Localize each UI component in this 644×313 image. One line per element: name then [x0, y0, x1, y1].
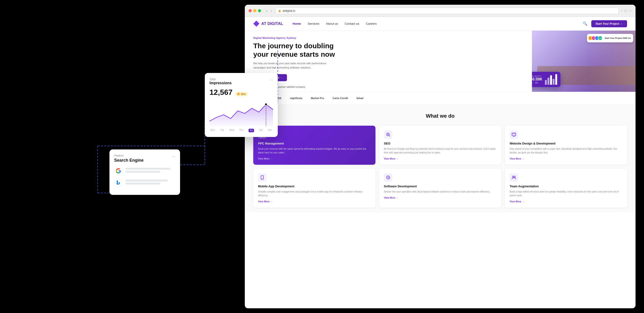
partner-fahad: fahad [356, 97, 363, 100]
browser-chrome: ‹ › 🔒 atdigital.io ↑ □ ⋯ [245, 5, 636, 17]
stats-chart [545, 74, 557, 85]
software-name: Software Development [384, 184, 497, 188]
svg-point-17 [514, 176, 515, 178]
svg-point-13 [262, 178, 262, 179]
nav-contact[interactable]: Contact us [344, 22, 359, 26]
ppc-view-more[interactable]: View More → [258, 158, 371, 160]
platform-title: Search Engine [114, 158, 144, 163]
google-data-lines [126, 168, 175, 174]
team-view-more[interactable]: View More → [510, 200, 622, 203]
address-bar[interactable]: 🔒 atdigital.io [276, 8, 619, 14]
platform-menu-icon[interactable]: ⋯ [172, 154, 175, 158]
metric-badge: 🔥 88% [235, 92, 248, 96]
start-project-card: +10 Start Your Project With Us [587, 34, 633, 42]
logo-text: AT DIGITAL [261, 22, 283, 26]
day-sun: Sun [268, 129, 272, 132]
partner-carlo: Carlo Corelli [332, 97, 348, 100]
nav-services[interactable]: Services [308, 22, 320, 26]
svg-point-15 [388, 177, 388, 178]
day-thu: Thu [239, 129, 243, 132]
site-logo: AT DIGITAL [253, 21, 283, 27]
mobile-icon [258, 173, 266, 182]
site-navbar: AT DIGITAL Home Services About us Contac… [245, 17, 636, 30]
mobile-name: Mobile App Development [258, 184, 371, 188]
logo-icon [253, 21, 260, 27]
more-icon[interactable]: ⋯ [628, 9, 632, 13]
service-software: Software Development Stream line your op… [379, 168, 501, 208]
team-name: Team Augmentation [510, 184, 622, 188]
bar-5 [555, 74, 557, 85]
ppc-name: PPC Management [258, 142, 371, 145]
avatar-count: +10 [598, 36, 602, 40]
seo-icon [384, 130, 392, 139]
bar-1 [545, 80, 547, 85]
platform-label: Platform [114, 154, 144, 157]
bar-2 [548, 78, 550, 85]
day-mon: Mon [210, 129, 215, 132]
service-web-design: Website Design & Development Stay ahead … [505, 126, 627, 165]
hero-title: The journey to doublingyour revenue star… [253, 42, 524, 58]
software-icon [384, 173, 392, 182]
team-icon [510, 173, 518, 182]
traffic-light-red[interactable] [248, 9, 252, 12]
day-tue: Tue [220, 129, 224, 132]
bing-data-lines [126, 180, 175, 186]
hero-tag: Digital Marketing Agency Sydney [253, 36, 524, 39]
nav-cta-button[interactable]: Start Your Project → [591, 20, 627, 27]
chart-days: Mon Tue Wed Thu Fri Sat Sun [210, 129, 273, 132]
day-fri: Fri [248, 129, 254, 132]
partner-marketpro: Market Pro [311, 97, 324, 100]
avatar-group: +10 [590, 36, 602, 40]
nav-careers[interactable]: Careers [366, 22, 376, 26]
ppc-desc: Grow your revenue with the same spend by… [258, 147, 371, 154]
nav-about[interactable]: About us [326, 22, 338, 26]
hero-image: TOTAL MONTH $50.59K 17% ↑ Jan [532, 30, 636, 92]
seo-view-more[interactable]: View More → [384, 158, 497, 160]
section-title: What we do [253, 113, 627, 119]
lock-icon: 🔒 [278, 9, 281, 12]
software-view-more[interactable]: View More → [384, 196, 497, 199]
team-desc: Build a high skilled off-shore team for … [510, 190, 622, 198]
stats-label: TOTAL MONTH [532, 75, 542, 77]
site-hero: Digital Marketing Agency Sydney The jour… [245, 30, 636, 92]
day-wed: Wed [229, 129, 234, 132]
bing-icon [114, 178, 123, 187]
traffic-light-green[interactable] [258, 9, 261, 12]
share-icon[interactable]: ↑ [621, 9, 623, 13]
service-seo: SEO Be found on Google and Bing by poten… [379, 126, 501, 165]
stats-value: $50.59K [532, 77, 542, 82]
traffic-light-yellow[interactable] [253, 9, 256, 12]
partner-nightfesta: nightfesta [290, 97, 302, 100]
fire-icon: 🔥 [237, 92, 240, 96]
platform-card: Platform Search Engine ⋯ [110, 150, 180, 195]
service-mobile: Mobile App Development Simplify complex … [253, 168, 376, 208]
area-chart [210, 100, 273, 126]
metric-value: 12,567 [210, 88, 232, 97]
bar-4 [553, 79, 554, 85]
nav-links: Home Services About us Contact us Career… [292, 22, 583, 26]
search-icon[interactable]: 🔍 [583, 22, 588, 26]
stats-card: TOTAL MONTH $50.59K 17% ↑ Jan [532, 72, 560, 87]
seo-name: SEO [384, 142, 497, 145]
browser-nav-buttons: ‹ › [265, 8, 273, 14]
browser-right-icons: ↑ □ ⋯ [621, 9, 632, 13]
google-partner-badge: G We are a Google partner satisfied comp… [253, 84, 524, 90]
software-desc: Stream line your operation with cloud ba… [384, 190, 497, 194]
card-menu-icon[interactable]: ⋯ [269, 78, 273, 82]
web-design-desc: Stay ahead of your competition with a su… [510, 147, 622, 154]
mobile-desc: Simplify complex user engagement and pac… [258, 190, 371, 198]
day-sat: Sat [259, 129, 263, 132]
svg-rect-11 [512, 133, 516, 136]
web-design-name: Website Design & Development [510, 142, 622, 145]
web-design-icon [510, 130, 518, 139]
card-title: Impressions [210, 81, 232, 85]
bookmark-icon[interactable]: □ [625, 9, 626, 13]
traffic-lights [248, 9, 261, 12]
url-text: atdigital.io [283, 9, 296, 12]
seo-desc: Be found on Google and Bing by potential… [384, 147, 497, 154]
nav-home[interactable]: Home [292, 22, 301, 26]
web-design-view-more[interactable]: View More → [510, 158, 622, 160]
mobile-view-more[interactable]: View More → [258, 200, 371, 203]
forward-button[interactable]: › [269, 8, 273, 14]
back-button[interactable]: ‹ [265, 8, 268, 14]
